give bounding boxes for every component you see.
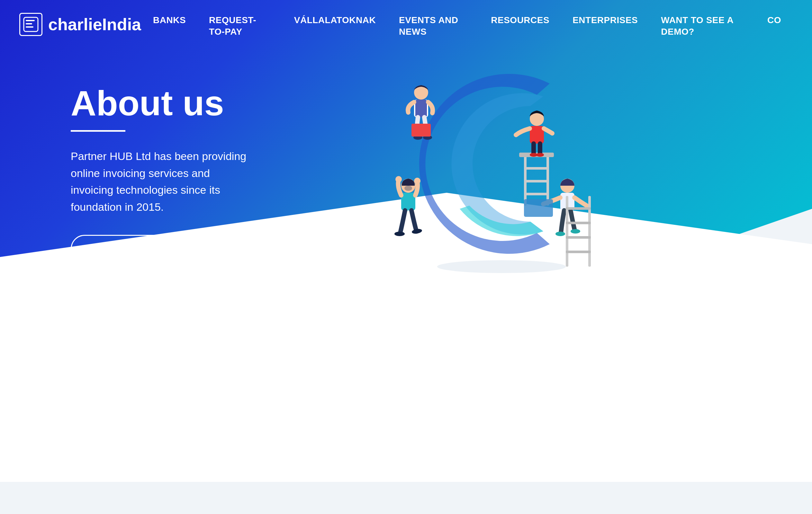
svg-point-4 (437, 260, 566, 273)
svg-point-22 (404, 186, 412, 191)
hero-title: About us (71, 84, 280, 122)
svg-rect-7 (415, 99, 427, 117)
svg-rect-33 (566, 196, 568, 267)
nav-item-enterprises[interactable]: ENTERPRISES (561, 11, 649, 29)
arrow-icon: → (145, 243, 155, 255)
hero-text-area: About us Partner HUB Ltd has been provid… (71, 71, 280, 263)
read-more-button[interactable]: Read more → (71, 235, 173, 263)
svg-rect-2 (26, 23, 32, 24)
nav-item-co[interactable]: CO (756, 11, 793, 29)
hero-description: Partner HUB Ltd has been providing onlin… (71, 148, 251, 216)
svg-rect-36 (566, 222, 591, 224)
svg-point-26 (395, 232, 405, 236)
svg-rect-30 (524, 199, 553, 217)
logo-text: charlieIndia (48, 15, 141, 34)
nav-item-events[interactable]: EVENTS AND NEWS (387, 11, 479, 41)
person-3 (395, 176, 423, 236)
svg-rect-35 (566, 207, 591, 210)
person-2 (516, 111, 554, 206)
logo[interactable]: charlieIndia (19, 13, 141, 36)
bottom-white-section (0, 321, 812, 482)
svg-point-25 (414, 178, 420, 184)
svg-point-31 (555, 232, 565, 236)
nav-item-demo[interactable]: WANT TO SEE A DEMO? (649, 11, 756, 41)
svg-rect-3 (26, 26, 33, 28)
hero-divider (71, 130, 125, 132)
read-more-label: Read more (88, 243, 140, 255)
illustration-svg (331, 58, 620, 283)
hero-illustration (306, 58, 774, 283)
svg-rect-10 (411, 124, 431, 137)
svg-rect-13 (524, 167, 549, 170)
svg-rect-37 (566, 236, 591, 239)
svg-rect-14 (524, 180, 549, 182)
svg-point-20 (536, 153, 544, 157)
svg-rect-1 (26, 20, 35, 21)
site-header: charlieIndia BANKS REQUEST-TO-PAY VÁLLAL… (0, 0, 812, 51)
nav-item-banks[interactable]: BANKS (141, 11, 197, 29)
svg-rect-15 (524, 193, 549, 195)
svg-point-24 (396, 176, 402, 182)
svg-rect-34 (588, 196, 591, 267)
person-1 (408, 85, 433, 140)
logo-icon (19, 13, 42, 36)
svg-point-27 (411, 228, 423, 234)
svg-rect-38 (566, 250, 591, 253)
nav-item-vallalatoknak[interactable]: VÁLLALATOKNAK (283, 11, 387, 29)
nav-item-resources[interactable]: RESOURCES (479, 11, 561, 29)
main-nav: BANKS REQUEST-TO-PAY VÁLLALATOKNAK EVENT… (141, 10, 793, 41)
nav-item-request-to-pay[interactable]: REQUEST-TO-PAY (197, 11, 283, 41)
svg-point-32 (571, 229, 580, 234)
